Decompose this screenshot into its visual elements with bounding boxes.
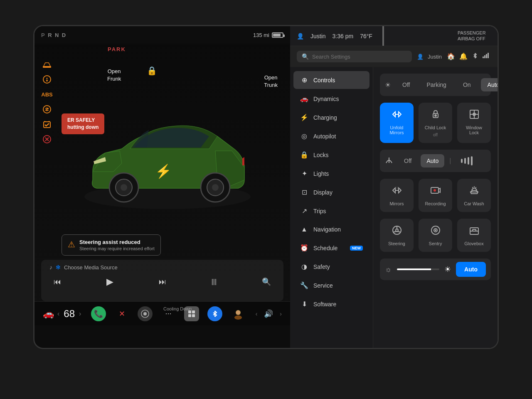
settings-header: 🔍 👤 Justin 🏠 🔔 [290,46,498,67]
mirrors-control-card[interactable]: ↕ Mirrors [380,179,414,212]
window-lock-label: Window Lock [463,125,485,135]
play-button[interactable]: ▶ [106,276,113,287]
lights-option-off[interactable]: Off [396,78,416,91]
steering-icon: ↕ [391,224,403,239]
chevron-right-icon[interactable]: › [79,310,81,318]
media-bar: ♪ ✻ Choose Media Source ⏮ ▶ ⏭ ||| 🔍 [41,260,283,301]
brightness-row: ☼ ☀ Auto [380,259,491,280]
chevron-left-icon[interactable]: ‹ [57,310,59,318]
user-icon-top: 👤 [297,33,304,39]
lights-sun-icon: ☀ [385,81,391,89]
brightness-auto-button[interactable]: Auto [456,262,486,277]
wiper-bar-2 [464,158,466,164]
child-lock-icon [430,108,441,123]
recording-icon [430,185,441,199]
sidebar-item-software[interactable]: ⬇ Software [293,295,369,313]
sidebar-item-navigation[interactable]: ▲ Navigation [293,221,369,238]
bluetooth-task-icon[interactable] [207,306,222,321]
prev-track-button[interactable]: ⏮ [54,278,61,286]
svg-point-15 [143,312,147,315]
car-wash-card[interactable]: Car Wash [457,179,491,212]
bell-icon[interactable]: 🔔 [459,52,468,61]
sidebar-item-label: Locks [313,152,329,158]
lights-option-parking[interactable]: Parking [420,78,453,91]
steering-card[interactable]: ↕ Steering [380,219,414,252]
glovebox-card[interactable]: Glovebox [457,219,491,252]
svg-rect-17 [192,310,195,313]
svg-point-32 [435,115,436,116]
phone-task-icon[interactable]: 📞 [91,306,106,321]
lights-option-auto[interactable]: Auto [481,78,498,91]
screen: P R N D 135 mi PARK ABS [33,25,499,349]
child-lock-sub: off [433,133,438,137]
search-input[interactable] [312,54,407,60]
sidebar-item-safety[interactable]: ◑ Safety [293,258,369,276]
open-frunk-label[interactable]: OpenFrunk [107,68,121,83]
sentry-label: Sentry [429,241,442,246]
sidebar-item-lights[interactable]: ✦ Lights [293,165,369,182]
bluetooth-settings-icon[interactable] [472,52,478,61]
sidebar-item-charging[interactable]: ⚡ Charging [293,108,369,126]
sidebar-item-label: Safety [313,264,330,270]
settings-user-icons: 🏠 🔔 [447,52,491,61]
temp-top: 76°F [360,33,372,39]
service-icon: 🔧 [300,281,308,289]
close-task-icon[interactable]: ✕ [114,306,129,321]
warning-icon-5 [41,133,53,145]
alert-title: Steering assist reduced [79,239,155,245]
wiper-auto-option[interactable]: Auto [421,154,444,167]
settings-username: Justin [428,54,442,60]
chevron-right-vol-icon[interactable]: › [280,310,282,317]
lights-icon: ✦ [300,170,308,177]
display-icon: ⊡ [300,188,308,196]
right-panel: 👤 Justin 3:36 pm 76°F PASSENGER AIRBAG O… [290,26,498,348]
profile-task-icon[interactable] [231,306,246,321]
taskbar-left: 🚗 ‹ 68 › [43,308,81,320]
recording-card[interactable]: Recording [419,179,452,212]
wiper-speed-bars[interactable] [456,153,478,169]
sidebar-item-dynamics[interactable]: 🚗 Dynamics [293,90,369,108]
sidebar-item-label: Dynamics [313,96,339,102]
next-track-button[interactable]: ⏭ [159,278,166,286]
wiper-bar-1 [461,159,463,163]
sidebar-item-service[interactable]: 🔧 Service [293,276,369,294]
recording-label: Recording [425,201,446,206]
charging-icon: ⚡ [300,113,308,121]
software-icon: ⬇ [300,300,308,308]
steering-alert: ⚠ Steering assist reduced Steering may r… [62,234,161,256]
volume-icon[interactable]: 🔊 [264,309,273,318]
sidebar-item-locks[interactable]: 🔒 Locks [293,146,369,164]
brightness-slider[interactable] [397,268,440,270]
sidebar-item-schedule[interactable]: ⏰ Schedule NEW [293,239,369,257]
lights-option-on[interactable]: On [456,78,478,91]
svg-point-22 [236,310,240,315]
search-media-button[interactable]: 🔍 [262,277,271,286]
home-icon[interactable]: 🏠 [447,52,455,61]
car-task-icon[interactable]: 🚗 [43,308,54,319]
svg-text:⚡: ⚡ [155,163,172,179]
equalizer-button[interactable]: ||| [212,278,217,286]
sidebar-item-autopilot[interactable]: ◎ Autopilot [293,127,369,145]
battery-icon [272,32,283,38]
trips-icon: ↗ [300,207,308,215]
top-bar-icons: PASSENGER AIRBAG OFF [458,30,491,41]
car-lock-icon: 🔒 [147,66,157,76]
locks-icon: 🔒 [300,151,308,159]
sidebar-item-controls[interactable]: ⊕ Controls [293,71,369,89]
settings-content: ⊕ Controls 🚗 Dynamics ⚡ Charging ◎ Autop… [290,67,498,348]
svg-point-2 [47,80,47,81]
park-label: PARK [108,45,126,53]
child-lock-card[interactable]: Child Lock off [419,103,452,143]
sidebar-item-display[interactable]: ⊡ Display [293,183,369,201]
window-lock-card[interactable]: Window Lock [457,103,491,143]
wiper-off-option[interactable]: Off [398,154,417,167]
radio-task-icon[interactable] [138,306,153,321]
navigation-icon: ▲ [300,226,308,233]
open-trunk-label[interactable]: OpenTrunk [264,74,278,89]
chevron-left-vol-icon[interactable]: ‹ [256,310,258,317]
warning-icon-1 [41,59,53,70]
autopilot-icon: ◎ [300,132,308,140]
unfold-mirrors-card[interactable]: Unfold Mirrors [380,103,414,143]
sentry-card[interactable]: Sentry [419,219,452,252]
sidebar-item-trips[interactable]: ↗ Trips [293,202,369,220]
